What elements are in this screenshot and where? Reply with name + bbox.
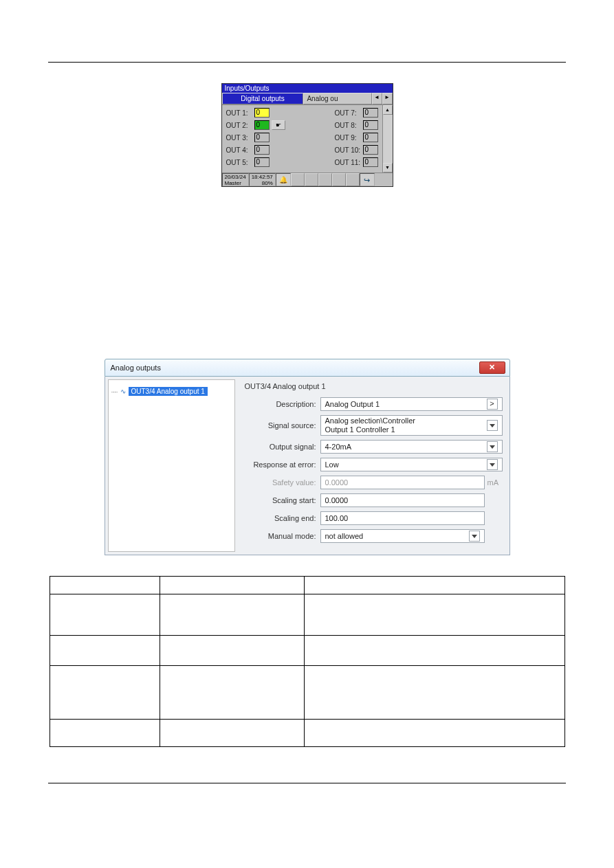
- signal-source-label: Signal source:: [245, 421, 320, 430]
- table-cell: [160, 636, 304, 666]
- table-cell: [50, 720, 160, 747]
- tree-connector: ······: [111, 388, 118, 395]
- dialog-form: OUT3/4 Analog output 1 Description: Anal…: [238, 377, 509, 555]
- status-slot-2[interactable]: [305, 173, 318, 186]
- manual-mode-field[interactable]: not allowed: [320, 529, 485, 543]
- form-title: OUT3/4 Analog output 1: [245, 382, 503, 390]
- status-time-pct: 18:42:57 80%: [249, 173, 276, 186]
- out4-field[interactable]: 0: [254, 145, 270, 155]
- out2-label: OUT 2:: [226, 122, 252, 129]
- safety-value-unit: mA: [485, 478, 503, 487]
- dialog-tree[interactable]: ······ ∿ OUT3/4 Analog output 1: [108, 379, 235, 552]
- signal-source-field[interactable]: Analog selection\Controller Output 1 Con…: [320, 415, 503, 436]
- dialog-titlebar: Analog outputs ✕: [105, 359, 510, 377]
- table-cell: [304, 666, 564, 720]
- out9-field[interactable]: 0: [363, 133, 378, 142]
- out2-field[interactable]: 0: [254, 120, 270, 130]
- out10-label: OUT 10:: [335, 146, 361, 154]
- table-cell: [50, 636, 160, 666]
- table-cell: [304, 636, 564, 666]
- scaling-start-field[interactable]: 0.0000: [320, 493, 485, 507]
- table-cell: [304, 594, 564, 636]
- out7-label: OUT 7:: [335, 109, 361, 117]
- signal-source-value: Analog selection\Controller Output 1 Con…: [325, 416, 415, 434]
- tab-digital-outputs[interactable]: Digital outputs: [222, 93, 304, 104]
- scroll-track[interactable]: [383, 115, 393, 163]
- tree-item-label: OUT3/4 Analog output 1: [129, 387, 208, 396]
- out11-field[interactable]: 0: [363, 157, 378, 167]
- tab-scroll-left[interactable]: ◄: [372, 93, 382, 104]
- out1-label: OUT 1:: [226, 109, 252, 117]
- table-cell: [50, 594, 160, 636]
- bell-icon[interactable]: 🔔: [276, 173, 291, 186]
- io-status-bar: 20/03/24 Master 18:42:57 80% 🔔 ↪: [222, 173, 393, 186]
- safety-value-label: Safety value:: [245, 478, 320, 487]
- out8-label: OUT 8:: [335, 122, 361, 129]
- scaling-end-field[interactable]: 100.00: [320, 511, 485, 525]
- status-slot-4[interactable]: [332, 173, 346, 186]
- tab-analog-outputs[interactable]: Analog ou: [303, 93, 371, 104]
- status-date-user: 20/03/24 Master: [222, 173, 249, 186]
- tab-scroll-right[interactable]: ►: [382, 93, 393, 104]
- doc-table: [50, 576, 565, 747]
- out8-field[interactable]: 0: [363, 120, 378, 130]
- manual-mode-label: Manual mode:: [245, 532, 320, 540]
- table-cell: [304, 577, 564, 594]
- bottom-rule: [48, 783, 566, 783]
- scroll-up-icon[interactable]: ▲: [383, 105, 393, 115]
- response-at-error-value: Low: [325, 460, 339, 470]
- signal-source-dropdown-icon[interactable]: [487, 420, 498, 431]
- io-panel: Inputs/Outputs Digital outputs Analog ou…: [221, 83, 393, 187]
- status-date: 20/03/24: [225, 174, 246, 180]
- table-cell: [304, 720, 564, 747]
- description-label: Description:: [245, 400, 320, 408]
- close-button[interactable]: ✕: [479, 361, 505, 374]
- exit-icon[interactable]: ↪: [360, 173, 375, 186]
- out10-field[interactable]: 0: [363, 145, 378, 155]
- dialog-title: Analog outputs: [111, 364, 479, 372]
- scroll-down-icon[interactable]: ▼: [383, 163, 393, 173]
- analog-outputs-dialog: Analog outputs ✕ ······ ∿ OUT3/4 Analog …: [105, 359, 510, 555]
- description-value: Analog Output 1: [325, 399, 380, 410]
- description-field[interactable]: Analog Output 1 >: [320, 397, 503, 411]
- scaling-start-value: 0.0000: [325, 496, 349, 506]
- status-slot-1[interactable]: [291, 173, 305, 186]
- response-at-error-field[interactable]: Low: [320, 458, 503, 471]
- output-signal-value: 4-20mA: [325, 442, 352, 452]
- status-time: 18:42:57: [252, 174, 273, 180]
- out3-label: OUT 3:: [226, 134, 252, 142]
- out9-label: OUT 9:: [335, 134, 361, 142]
- table-cell: [160, 577, 304, 594]
- table-cell: [160, 720, 304, 747]
- out3-field[interactable]: 0: [254, 133, 270, 142]
- table-cell: [50, 577, 160, 594]
- out7-field[interactable]: 0: [363, 108, 378, 118]
- out5-field[interactable]: 0: [254, 157, 270, 167]
- out11-label: OUT 11:: [335, 159, 361, 166]
- out4-label: OUT 4:: [226, 146, 252, 154]
- io-scrollbar[interactable]: ▲ ▼: [382, 105, 393, 173]
- out2-hand-icon[interactable]: ☛: [272, 120, 285, 130]
- top-rule: [48, 62, 566, 63]
- response-at-error-dropdown-icon[interactable]: [487, 459, 498, 470]
- status-slot-3[interactable]: [318, 173, 332, 186]
- manual-mode-dropdown-icon[interactable]: [469, 531, 480, 542]
- scaling-start-label: Scaling start:: [245, 496, 320, 504]
- description-more-button[interactable]: >: [487, 399, 498, 410]
- output-signal-dropdown-icon[interactable]: [487, 441, 498, 452]
- safety-value-field: 0.0000: [320, 476, 485, 489]
- tree-item-out34[interactable]: ······ ∿ OUT3/4 Analog output 1: [111, 387, 232, 396]
- table-cell: [160, 666, 304, 720]
- table-cell: [160, 594, 304, 636]
- safety-value-value: 0.0000: [325, 478, 349, 488]
- io-tabs: Digital outputs Analog ou ◄ ►: [222, 93, 393, 105]
- out1-field[interactable]: 0: [254, 108, 270, 118]
- output-signal-field[interactable]: 4-20mA: [320, 440, 503, 454]
- out5-label: OUT 5:: [226, 159, 252, 166]
- wave-icon: ∿: [120, 388, 126, 395]
- manual-mode-value: not allowed: [325, 531, 364, 542]
- status-user: Master: [225, 180, 246, 186]
- status-slot-5[interactable]: [346, 173, 360, 186]
- scaling-end-value: 100.00: [325, 513, 349, 524]
- output-signal-label: Output signal:: [245, 443, 320, 451]
